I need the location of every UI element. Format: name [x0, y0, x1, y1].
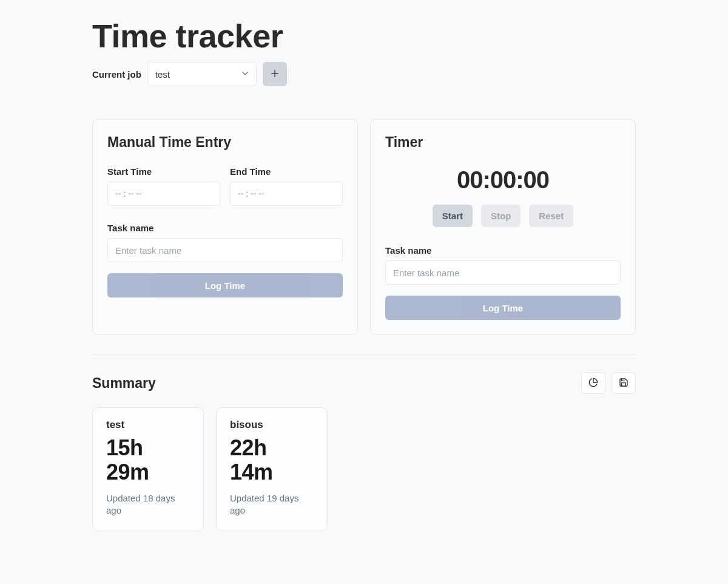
save-icon: [619, 378, 629, 389]
current-job-row: Current job test: [92, 62, 636, 86]
manual-entry-title: Manual Time Entry: [107, 134, 343, 151]
summary-actions: [581, 372, 636, 394]
add-job-button[interactable]: [263, 62, 287, 86]
summary-card[interactable]: test 15h 29m Updated 18 days ago: [92, 407, 204, 531]
start-time-label: Start Time: [107, 166, 220, 177]
timer-start-button[interactable]: Start: [433, 205, 473, 227]
timer-stop-button[interactable]: Stop: [481, 205, 521, 227]
timer-title: Timer: [385, 134, 621, 151]
summary-card-time: 15h 29m: [106, 436, 190, 484]
divider: [92, 355, 636, 355]
manual-task-input[interactable]: [107, 238, 343, 262]
chevron-down-icon: [240, 69, 250, 80]
timer-task-label: Task name: [385, 245, 621, 256]
entry-row: Manual Time Entry Start Time -- : -- -- …: [92, 119, 636, 335]
chart-button[interactable]: [581, 372, 605, 394]
current-job-select[interactable]: test: [147, 62, 257, 86]
timer-log-time-button[interactable]: Log Time: [385, 296, 621, 320]
manual-entry-card: Manual Time Entry Start Time -- : -- -- …: [92, 119, 358, 335]
current-job-selected: test: [155, 69, 170, 80]
summary-card-updated: Updated 19 days ago: [230, 492, 314, 517]
summary-card-name: test: [106, 419, 190, 431]
page-title: Time tracker: [92, 17, 636, 55]
summary-cards: test 15h 29m Updated 18 days ago bisous …: [92, 407, 636, 531]
summary-header: Summary: [92, 372, 636, 394]
timer-display: 00:00:00: [385, 166, 621, 194]
summary-card-updated: Updated 18 days ago: [106, 492, 190, 517]
time-row: Start Time -- : -- -- End Time -- : -- -…: [107, 166, 343, 206]
summary-card-name: bisous: [230, 419, 314, 431]
start-time-input[interactable]: -- : -- --: [107, 182, 220, 206]
timer-card: Timer 00:00:00 Start Stop Reset Task nam…: [370, 119, 636, 335]
end-time-input[interactable]: -- : -- --: [230, 182, 343, 206]
summary-title: Summary: [92, 375, 156, 392]
timer-controls: Start Stop Reset: [385, 205, 621, 227]
timer-task-input[interactable]: [385, 260, 621, 285]
pie-chart-icon: [588, 378, 598, 389]
summary-card[interactable]: bisous 22h 14m Updated 19 days ago: [216, 407, 328, 531]
manual-task-label: Task name: [107, 223, 343, 233]
end-time-label: End Time: [230, 166, 343, 177]
timer-reset-button[interactable]: Reset: [529, 205, 573, 227]
save-button[interactable]: [612, 372, 636, 394]
summary-card-time: 22h 14m: [230, 436, 314, 484]
manual-log-time-button[interactable]: Log Time: [107, 273, 343, 297]
current-job-label: Current job: [92, 69, 141, 80]
plus-icon: [269, 68, 280, 81]
